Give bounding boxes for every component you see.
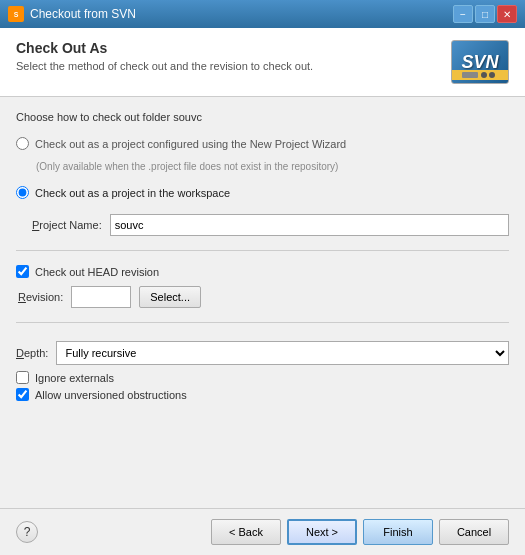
radio-wizard-sublabel: (Only available when the .project file d… bbox=[36, 161, 509, 172]
radio-workspace-label: Check out as a project in the workspace bbox=[35, 187, 230, 199]
svn-logo-bottom bbox=[452, 70, 508, 80]
depth-select[interactable]: Fully recursive Immediate children Only … bbox=[56, 341, 509, 365]
revision-label: Revision: bbox=[18, 291, 63, 303]
cancel-button[interactable]: Cancel bbox=[439, 519, 509, 545]
revision-input[interactable] bbox=[71, 286, 131, 308]
ignore-externals-label: Ignore externals bbox=[35, 372, 114, 384]
close-button[interactable]: ✕ bbox=[497, 5, 517, 23]
radio-workspace[interactable] bbox=[16, 186, 29, 199]
depth-section: Depth: Fully recursive Immediate childre… bbox=[16, 341, 509, 405]
project-name-row: Project Name: bbox=[32, 214, 509, 236]
next-button[interactable]: Next > bbox=[287, 519, 357, 545]
svg-point-3 bbox=[481, 72, 487, 78]
revision-row: Revision: Select... bbox=[18, 286, 509, 308]
svg-rect-2 bbox=[462, 72, 478, 78]
radio-wizard-label: Check out as a project configured using … bbox=[35, 138, 346, 150]
main-body: Choose how to check out folder souvc Che… bbox=[0, 97, 525, 508]
header-section: Check Out As Select the method of check … bbox=[0, 28, 525, 97]
help-button[interactable]: ? bbox=[16, 521, 38, 543]
radio-option-2[interactable]: Check out as a project in the workspace bbox=[16, 186, 509, 199]
choose-folder-label: Choose how to check out folder souvc bbox=[16, 111, 509, 123]
header-title: Check Out As bbox=[16, 40, 441, 56]
app-icon: S bbox=[8, 6, 24, 22]
back-button[interactable]: < Back bbox=[211, 519, 281, 545]
project-name-label: Project Name: bbox=[32, 219, 102, 231]
svn-logo: SVN bbox=[451, 40, 509, 84]
depth-row: Depth: Fully recursive Immediate childre… bbox=[16, 341, 509, 365]
allow-unversioned-checkbox[interactable] bbox=[16, 388, 29, 401]
minimize-button[interactable]: − bbox=[453, 5, 473, 23]
separator-1 bbox=[16, 250, 509, 251]
title-bar: S Checkout from SVN − □ ✕ bbox=[0, 0, 525, 28]
dialog-content: Check Out As Select the method of check … bbox=[0, 28, 525, 555]
depth-label: Depth: bbox=[16, 347, 48, 359]
spacer bbox=[16, 413, 509, 494]
select-button[interactable]: Select... bbox=[139, 286, 201, 308]
allow-unversioned-label: Allow unversioned obstructions bbox=[35, 389, 187, 401]
allow-unversioned-row: Allow unversioned obstructions bbox=[16, 388, 509, 401]
checkout-head-checkbox[interactable] bbox=[16, 265, 29, 278]
footer: ? < Back Next > Finish Cancel bbox=[0, 508, 525, 555]
svg-point-4 bbox=[489, 72, 495, 78]
svg-text:S: S bbox=[14, 11, 19, 18]
project-name-input[interactable] bbox=[110, 214, 509, 236]
radio-option-1[interactable]: Check out as a project configured using … bbox=[16, 137, 509, 150]
checkout-head-row: Check out HEAD revision bbox=[16, 265, 509, 278]
ignore-externals-row: Ignore externals bbox=[16, 371, 509, 384]
checkout-head-label: Check out HEAD revision bbox=[35, 266, 159, 278]
title-buttons: − □ ✕ bbox=[453, 5, 517, 23]
dialog-title: Checkout from SVN bbox=[30, 7, 136, 21]
radio-wizard[interactable] bbox=[16, 137, 29, 150]
header-subtitle: Select the method of check out and the r… bbox=[16, 60, 441, 72]
finish-button[interactable]: Finish bbox=[363, 519, 433, 545]
header-text: Check Out As Select the method of check … bbox=[16, 40, 441, 72]
maximize-button[interactable]: □ bbox=[475, 5, 495, 23]
footer-right: < Back Next > Finish Cancel bbox=[211, 519, 509, 545]
separator-2 bbox=[16, 322, 509, 323]
footer-left: ? bbox=[16, 521, 38, 543]
ignore-externals-checkbox[interactable] bbox=[16, 371, 29, 384]
